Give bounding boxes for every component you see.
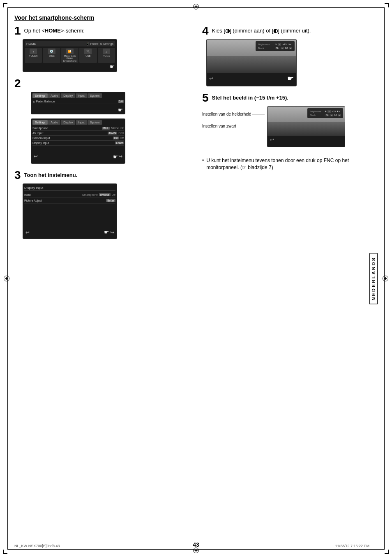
- black-label-s5: Black: [309, 114, 324, 116]
- tab-input-b: Input: [76, 120, 87, 125]
- step-4-block: 4 Kies [◑] (dimmer aan) of [◐] (dimmer u…: [202, 25, 378, 86]
- s5-bottom-bar: ↩: [267, 136, 345, 144]
- brightness-row-s4: Brightness ☀ − +15 ☀+: [258, 43, 292, 46]
- annotation-labels: Instellen van de helderheid Instellen va…: [202, 106, 265, 129]
- settings-tabs-top: Settings Audio Display Input System: [32, 93, 124, 98]
- brightness-val-s5: +15: [332, 110, 336, 113]
- step-4-number: 4: [202, 25, 209, 37]
- tab-input: Input: [76, 93, 87, 98]
- footer-file: NL_KW-NSX700[E].indb 43: [14, 544, 60, 548]
- brightness-row-s5: Brightness ☀ − +15 ☀+: [309, 110, 341, 113]
- reg-mark-right: [382, 275, 389, 282]
- black-plus-s4: +: [289, 47, 292, 49]
- step-4-header: 4 Kies [◑] (dimmer aan) of [◐] (dimmer u…: [202, 25, 378, 37]
- brightness-icon2-s4: ☀+: [288, 43, 292, 46]
- main-content: Voor het smartphone-scherm 1 Op het <HOM…: [14, 14, 378, 543]
- step-2-block: 2 Settings Audio Display Input System: [14, 78, 190, 164]
- brightness-minus-s4: −: [278, 43, 281, 46]
- left-column: 1 Op het <HOME>-scherm: HOME 📱 Phone ⚙ S…: [14, 25, 190, 245]
- home-top-icons: 📱 Phone ⚙ Settings: [86, 42, 113, 46]
- black-row-s5: Black BL − 00 +: [309, 114, 341, 116]
- av-input-row: AV Input AV-IN iPod: [32, 131, 124, 136]
- reg-mark-top: [193, 3, 199, 10]
- reg-mark-left: [3, 275, 10, 282]
- step-1-text: Op het <HOME>-scherm:: [24, 25, 190, 34]
- bullet-note: • U kunt het instelmenu tevens tonen doo…: [202, 157, 378, 171]
- next-btn-s3: ↪: [110, 230, 114, 235]
- s4-bottom-bar: ↩ ☛: [207, 73, 296, 84]
- tab-settings: Settings: [32, 93, 48, 98]
- right-column: 4 Kies [◑] (dimmer aan) of [◐] (dimmer u…: [202, 25, 378, 245]
- step-2-number: 2: [14, 78, 21, 89]
- step-3-block: 3 Toon het instelmenu. Display Input Inp…: [14, 169, 190, 239]
- black-bl-s4: BL: [275, 47, 279, 49]
- home-label: HOME: [26, 42, 36, 46]
- annotation-2: Instellen van zwart: [202, 123, 265, 129]
- step-5-header: 5 Stel het beeld in (−15 t/m +15).: [202, 92, 378, 104]
- picture-adjust-row: Picture Adjust Enter: [24, 198, 115, 204]
- brightness-label-s4: Brightness: [258, 43, 274, 46]
- fader-balance-row: ▲ Fader/Balance 0/0: [32, 99, 124, 104]
- brightness-panel-s4: Brightness ☀ − +15 ☀+ Black BL − 00: [256, 41, 295, 51]
- bullet-symbol: •: [202, 157, 204, 171]
- step-3-number: 3: [14, 169, 21, 181]
- corner-tl: [3, 3, 7, 7]
- home-top-bar: HOME 📱 Phone ⚙ Settings: [25, 41, 115, 46]
- brightness-icon-s4: ☀: [275, 43, 277, 46]
- tab-audio-b: Audio: [48, 120, 60, 125]
- step2b-finger: ☛: [113, 153, 118, 160]
- annotated-brightness: Instellen van de helderheid Instellen va…: [202, 106, 378, 151]
- section-heading: Voor het smartphone-scherm: [14, 14, 378, 21]
- step1-finger: ☛: [110, 63, 115, 70]
- brightness-label-s5: Brightness: [309, 110, 324, 113]
- home-grid: ♪ TUNER 💿 DISC 📶 Mirror Link ®MHLSmartph…: [25, 48, 115, 63]
- back-btn-s3: ↩: [25, 230, 30, 235]
- back-btn-s2: ↩: [34, 153, 38, 159]
- bullet-text: U kunt het instelmenu tevens tonen door …: [206, 157, 378, 171]
- back-s4: ↩: [209, 76, 213, 81]
- step-3-header: 3 Toon het instelmenu.: [14, 169, 190, 181]
- corner-tr: [385, 3, 389, 7]
- footer-date: 11/23/12 7:15:22 PM: [335, 544, 369, 548]
- brightness-screen-s5: Brightness ☀ − +15 ☀+ Black BL −: [267, 106, 345, 147]
- brightness-panel-s5: Brightness ☀ − +15 ☀+ Black BL −: [307, 108, 343, 118]
- settings-screen-top: Settings Audio Display Input System ▲ Fa…: [31, 92, 125, 114]
- black-row-s4: Black BL − 00 +: [258, 47, 292, 49]
- black-val-s5: 00: [334, 114, 337, 116]
- tab-display-b: Display: [61, 120, 75, 125]
- annotation-line-2: [237, 126, 249, 126]
- step-3-text: Toon het instelmenu.: [24, 169, 190, 178]
- tab-audio: Audio: [48, 93, 60, 98]
- settings-tabs-bottom: Settings Audio Display Input System: [32, 120, 124, 125]
- step-5-text: Stel het beeld in (−15 t/m +15).: [212, 92, 378, 101]
- brightness-val-s4: +15: [282, 43, 286, 46]
- step-1-number: 1: [14, 25, 21, 37]
- camera-row: Camera Input On Off: [32, 136, 124, 141]
- step3-finger: ☛: [104, 229, 109, 235]
- annotation-2-text: Instellen van zwart: [202, 123, 236, 129]
- step-2-screens: Settings Audio Display Input System ▲ Fa…: [23, 92, 190, 164]
- annotation-1-text: Instellen van de helderheid: [202, 111, 251, 117]
- home-disc: 💿 DISC: [43, 48, 60, 63]
- home-screen-mock: HOME 📱 Phone ⚙ Settings ♪ TUNER 💿: [23, 39, 117, 72]
- reg-mark-bottom: [193, 547, 199, 554]
- back-s5: ↩: [270, 137, 274, 143]
- display-input-row: Display Input Enter: [32, 141, 124, 146]
- step-4-text: Kies [◑] (dimmer aan) of [◐] (dimmer uit…: [212, 25, 378, 34]
- phone-icon: 📱 Phone: [86, 42, 99, 46]
- bg-image-s5: Brightness ☀ − +15 ☀+ Black BL −: [267, 107, 345, 136]
- step-5-number: 5: [202, 92, 209, 104]
- step-2-header: 2: [14, 78, 190, 89]
- columns-layout: 1 Op het <HOME>-scherm: HOME 📱 Phone ⚙ S…: [14, 25, 378, 245]
- step-1-header: 1 Op het <HOME>-scherm:: [14, 25, 190, 37]
- corner-bl: [3, 550, 7, 554]
- home-itunes: ♫ iTunes: [98, 48, 115, 63]
- footer: NL_KW-NSX700[E].indb 43 11/23/12 7:15:22…: [14, 544, 369, 548]
- tab-system-b: System: [88, 120, 102, 125]
- settings-screen-bottom: Settings Audio Display Input System Smar…: [31, 118, 125, 164]
- home-tuner: ♪ TUNER: [25, 48, 42, 63]
- road-s5: [267, 122, 345, 136]
- next-btn-s2: ↪: [118, 153, 122, 159]
- tab-settings-b: Settings: [32, 120, 48, 125]
- bg-image-s4: Brightness ☀ − +15 ☀+ Black BL − 00: [207, 39, 296, 73]
